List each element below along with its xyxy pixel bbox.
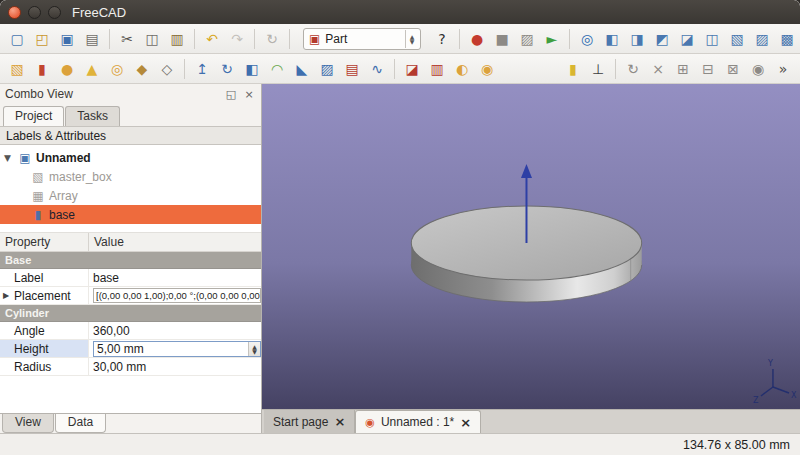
window-minimize-button[interactable] — [28, 6, 41, 19]
refresh-button[interactable]: ↻ — [260, 27, 284, 51]
part-extrude-button[interactable]: ↥ — [190, 57, 214, 81]
spin-down-icon[interactable]: ▼ — [252, 349, 257, 354]
save-button[interactable]: ▣ — [55, 27, 79, 51]
doc-tab-1[interactable]: ◉Unnamed : 1*× — [355, 410, 481, 433]
part-cone-button[interactable]: ▲ — [80, 57, 104, 81]
part-ruled-surface-button[interactable]: ▨ — [315, 57, 339, 81]
part-mirror-button[interactable]: ◧ — [240, 57, 264, 81]
property-row-angle[interactable]: Angle360,00 — [0, 322, 261, 340]
property-row-label[interactable]: Labelbase — [0, 269, 261, 287]
new-file-button[interactable]: ▢ — [5, 27, 29, 51]
expand-icon[interactable]: ▶ — [3, 291, 9, 300]
spinbox-value[interactable]: 5,00 mm — [94, 342, 248, 356]
property-row-radius[interactable]: Radius30,00 mm — [0, 358, 261, 376]
property-column-header[interactable]: Property — [0, 233, 88, 251]
tab-view[interactable]: View — [2, 414, 54, 433]
part-sphere-button[interactable]: ● — [55, 57, 79, 81]
property-value[interactable]: 5,00 mm▲▼ — [88, 340, 261, 357]
part-sweep-button[interactable]: ∿ — [365, 57, 389, 81]
part-box-button[interactable]: ▧ — [5, 57, 29, 81]
property-row-height[interactable]: Height5,00 mm▲▼ — [0, 340, 261, 358]
window-close-button[interactable] — [8, 6, 21, 19]
measure-angular-button[interactable]: ⊥ — [586, 57, 610, 81]
property-value[interactable]: base — [88, 269, 261, 286]
view-left-button[interactable]: ▨ — [750, 27, 774, 51]
tab-data[interactable]: Data — [55, 414, 106, 433]
tab-close-icon[interactable]: × — [460, 416, 471, 429]
view-front-icon: ◨ — [630, 32, 643, 46]
macro-edit-button[interactable]: ▨ — [515, 27, 539, 51]
part-boolean-union-button[interactable]: ◉ — [475, 57, 499, 81]
toolbar2-overflow-button[interactable]: » — [771, 57, 795, 81]
panel-float-icon[interactable]: ◱ — [224, 88, 238, 101]
workbench-selected-value: Part — [325, 32, 400, 46]
part-chamfer-button[interactable]: ◣ — [290, 57, 314, 81]
property-value[interactable]: 360,00 — [88, 322, 261, 339]
part-loft-button[interactable]: ▤ — [340, 57, 364, 81]
property-row-placement[interactable]: ▶Placement[(0,00 0,00 1,00);0,00 °;(0,00… — [0, 287, 261, 305]
measure-toggle-all-button[interactable]: ⊞ — [671, 57, 695, 81]
view-bottom-button[interactable]: ▧ — [725, 27, 749, 51]
measure-toggle-3d-button[interactable]: ⊟ — [696, 57, 720, 81]
measure-toggle-delta-icon: ⊠ — [727, 62, 739, 76]
view-top-button[interactable]: ◩ — [650, 27, 674, 51]
value-column-header[interactable]: Value — [88, 233, 261, 251]
part-revolve-button[interactable]: ↻ — [215, 57, 239, 81]
measure-settings-button[interactable]: ◉ — [746, 57, 770, 81]
view-top-icon: ◩ — [655, 32, 668, 46]
property-value[interactable]: [(0,00 0,00 1,00);0,00 °;(0,00 0,00 0,00… — [88, 287, 261, 304]
macro-stop-button[interactable]: ■ — [490, 27, 514, 51]
tab-close-icon[interactable]: × — [334, 415, 345, 428]
view-axonometric-button[interactable]: ▩ — [775, 27, 799, 51]
window-maximize-button[interactable] — [48, 6, 61, 19]
part-boolean-cut-button[interactable]: ◐ — [450, 57, 474, 81]
macro-execute-button[interactable]: ► — [540, 27, 564, 51]
tab-project[interactable]: Project — [3, 106, 64, 126]
measure-clear-all-button[interactable]: × — [646, 57, 670, 81]
copy-button[interactable]: ◫ — [140, 27, 164, 51]
paste-button[interactable]: ▥ — [165, 27, 189, 51]
workbench-dropdown-arrows-icon[interactable]: ▲▼ — [405, 30, 418, 48]
tree-item-base[interactable]: ▮base — [0, 205, 261, 224]
view-fit-all-button[interactable]: ◎ — [575, 27, 599, 51]
3d-viewport[interactable]: Y X Z — [262, 84, 800, 409]
doc-tab-0[interactable]: Start page× — [264, 410, 355, 433]
panel-close-icon[interactable]: × — [242, 88, 256, 101]
tab-tasks[interactable]: Tasks — [65, 106, 120, 126]
macro-record-button[interactable]: ● — [465, 27, 489, 51]
part-primitives-button[interactable]: ◆ — [130, 57, 154, 81]
property-value[interactable]: 30,00 mm — [88, 358, 261, 375]
value-field[interactable]: [(0,00 0,00 1,00);0,00 °;(0,00 0,00 0,00… — [93, 288, 261, 303]
view-isometric-button[interactable]: ◧ — [600, 27, 624, 51]
measure-linear-button[interactable]: ▮ — [561, 57, 585, 81]
cut-button[interactable]: ✂ — [115, 27, 139, 51]
part-fillet-button[interactable]: ◠ — [265, 57, 289, 81]
view-rear-button[interactable]: ◫ — [700, 27, 724, 51]
document-tabbar: Start page×◉Unnamed : 1*× — [262, 409, 800, 433]
expander-icon[interactable]: ▼ — [4, 153, 17, 163]
part-torus-button[interactable]: ◎ — [105, 57, 129, 81]
tree-item-master_box[interactable]: ▧master_box — [0, 167, 261, 186]
part-cross-sections-button[interactable]: ▥ — [425, 57, 449, 81]
view-rear-icon: ◫ — [705, 32, 718, 46]
view-front-button[interactable]: ◨ — [625, 27, 649, 51]
open-file-button[interactable]: ◰ — [30, 27, 54, 51]
value-spinbox[interactable]: 5,00 mm▲▼ — [93, 341, 261, 357]
open-file-icon: ◰ — [35, 32, 48, 46]
redo-button[interactable]: ↷ — [225, 27, 249, 51]
measure-refresh-button[interactable]: ↻ — [621, 57, 645, 81]
undo-button[interactable]: ↶ — [200, 27, 224, 51]
measure-toggle-delta-button[interactable]: ⊠ — [721, 57, 745, 81]
tree-item-Unnamed[interactable]: ▼▣Unnamed — [0, 148, 261, 167]
combo-view-titlebar[interactable]: Combo View ◱× — [0, 84, 261, 104]
part-cylinder-button[interactable]: ▮ — [30, 57, 54, 81]
whats-this-icon: ? — [438, 32, 445, 46]
titlebar[interactable]: FreeCAD — [0, 0, 800, 24]
part-section-button[interactable]: ◪ — [400, 57, 424, 81]
view-right-button[interactable]: ◪ — [675, 27, 699, 51]
print-button[interactable]: ▤ — [80, 27, 104, 51]
workbench-selector[interactable]: ▣ Part ▲▼ — [303, 28, 421, 50]
part-shape-builder-button[interactable]: ◇ — [155, 57, 179, 81]
whats-this-button[interactable]: ? — [430, 27, 454, 51]
tree-item-Array[interactable]: ▦Array — [0, 186, 261, 205]
